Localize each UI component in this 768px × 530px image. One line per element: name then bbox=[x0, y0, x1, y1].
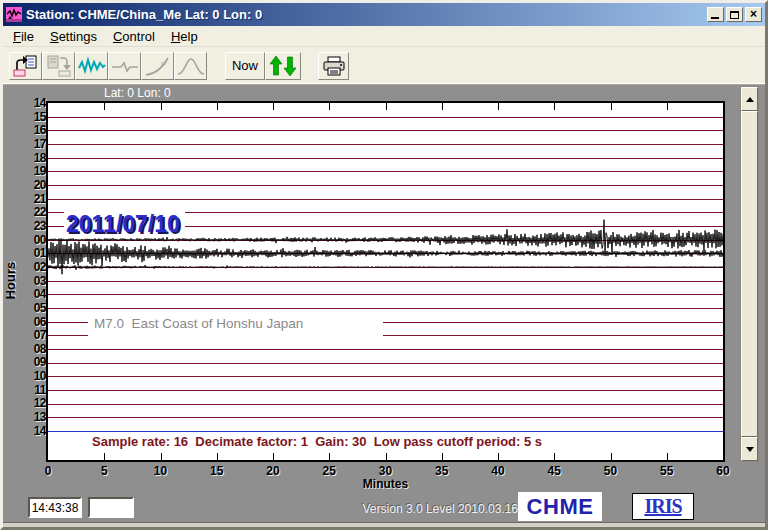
hour-label: 03 bbox=[34, 275, 46, 288]
filter-button[interactable] bbox=[108, 52, 141, 80]
toolbar-gap bbox=[207, 65, 225, 66]
save-file-button[interactable] bbox=[42, 52, 75, 80]
hour-label: 15 bbox=[34, 111, 46, 124]
menu-control[interactable]: Control bbox=[105, 27, 163, 46]
menu-settings[interactable]: Settings bbox=[42, 27, 105, 46]
menu-bar: File Settings Control Help bbox=[3, 26, 765, 47]
scrollbar-up-button[interactable] bbox=[741, 87, 758, 111]
up-arrow-icon bbox=[746, 97, 754, 102]
title-bar[interactable]: Station: CHME/China_Me Lat: 0 Lon: 0 × bbox=[3, 3, 765, 26]
maximize-button[interactable] bbox=[726, 7, 743, 22]
lat-lon-overlay: Lat: 0 Lon: 0 bbox=[104, 86, 171, 100]
hour-label: 20 bbox=[34, 179, 46, 192]
hour-label: 08 bbox=[34, 343, 46, 356]
seismic-trace-hour-00 bbox=[48, 220, 723, 253]
print-button[interactable] bbox=[318, 52, 349, 80]
hour-label: 17 bbox=[34, 138, 46, 151]
hour-label: 19 bbox=[34, 165, 46, 178]
station-logo: CHME bbox=[518, 492, 602, 521]
hour-label: 06 bbox=[34, 316, 46, 329]
hour-label: 18 bbox=[34, 152, 46, 165]
toolbar: P Now bbox=[3, 47, 765, 85]
hour-label: 09 bbox=[34, 356, 46, 369]
helicorder-panel: Lat: 0 Lon: 0 Hours 14151617181920212223… bbox=[3, 85, 765, 522]
status-aux-box bbox=[88, 497, 134, 518]
scroll-up-down-arrows-icon bbox=[268, 54, 298, 78]
close-button[interactable]: × bbox=[745, 7, 762, 22]
hour-label: 13 bbox=[34, 411, 46, 424]
minutes-axis-title: Minutes bbox=[36, 477, 735, 491]
hour-label: 07 bbox=[34, 329, 46, 342]
waveform-view-icon bbox=[78, 55, 106, 77]
scrollbar-thumb[interactable] bbox=[741, 111, 758, 437]
hour-label: 14 bbox=[34, 425, 46, 438]
maximize-icon bbox=[730, 11, 739, 19]
p-wave-pick-icon: P bbox=[144, 54, 172, 78]
close-icon: × bbox=[750, 8, 757, 20]
filter-response-icon bbox=[111, 55, 139, 77]
window-bottom-edge bbox=[3, 522, 765, 527]
clock-display: 14:43:38 bbox=[28, 497, 82, 518]
hour-label: 04 bbox=[34, 288, 46, 301]
seismic-trace-hour-02 bbox=[48, 265, 723, 270]
now-button[interactable]: Now bbox=[225, 52, 265, 80]
down-arrow-icon bbox=[746, 447, 754, 452]
hour-label: 14 bbox=[34, 97, 46, 110]
scrollbar-down-button[interactable] bbox=[741, 437, 758, 461]
window-title: Station: CHME/China_Me Lat: 0 Lon: 0 bbox=[26, 7, 705, 22]
helicorder-plot-area[interactable]: 2011/07/10 M7.0 East Coast of Honshu Jap… bbox=[46, 101, 725, 462]
hour-label: 12 bbox=[34, 397, 46, 410]
hour-label: 00 bbox=[34, 234, 46, 247]
seismic-traces bbox=[48, 103, 723, 460]
hour-label: 11 bbox=[34, 384, 46, 397]
hour-label: 23 bbox=[34, 220, 46, 233]
hour-labels-column: 1415161718192021222300010203040506070809… bbox=[17, 97, 46, 438]
hour-label: 22 bbox=[34, 206, 46, 219]
gaussian-filter-icon bbox=[177, 54, 205, 78]
printer-icon bbox=[322, 55, 346, 77]
plot-canvas: 2011/07/10 M7.0 East Coast of Honshu Jap… bbox=[48, 103, 723, 460]
gaussian-filter-button[interactable] bbox=[174, 52, 207, 80]
p-wave-pick-button[interactable]: P bbox=[141, 52, 174, 80]
waveform-view-button[interactable] bbox=[75, 52, 108, 80]
hour-label: 02 bbox=[34, 261, 46, 274]
iris-logo: IRIS bbox=[632, 493, 694, 520]
svg-text:P: P bbox=[161, 60, 166, 69]
hour-label: 01 bbox=[34, 247, 46, 260]
minimize-button[interactable] bbox=[707, 7, 724, 22]
open-file-icon bbox=[13, 54, 39, 78]
hour-label: 05 bbox=[34, 302, 46, 315]
app-seismograph-icon bbox=[6, 7, 22, 22]
vertical-scrollbar[interactable] bbox=[740, 86, 759, 462]
hour-label: 16 bbox=[34, 124, 46, 137]
minimize-icon bbox=[711, 17, 719, 19]
menu-help[interactable]: Help bbox=[163, 27, 206, 46]
app-window: Station: CHME/China_Me Lat: 0 Lon: 0 × F… bbox=[0, 0, 768, 530]
save-file-icon bbox=[46, 54, 72, 78]
menu-file[interactable]: File bbox=[5, 27, 42, 46]
seismic-trace-hour-01 bbox=[48, 240, 723, 275]
hour-label: 10 bbox=[34, 370, 46, 383]
hour-label: 21 bbox=[34, 193, 46, 206]
open-file-button[interactable] bbox=[9, 52, 42, 80]
scroll-hours-button[interactable] bbox=[265, 52, 301, 80]
version-label: Version 3.0 Level 2010.03.16 bbox=[330, 502, 518, 516]
